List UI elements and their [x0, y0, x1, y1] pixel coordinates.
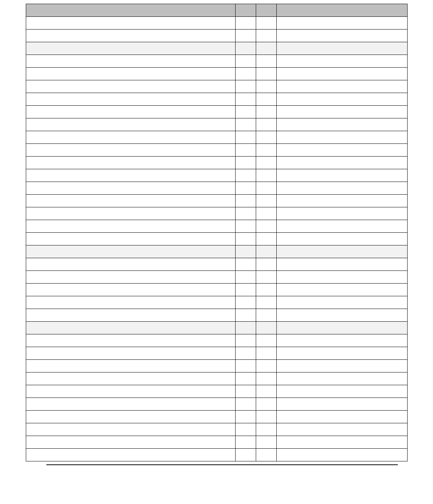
table-cell: [277, 42, 408, 55]
table-cell: [236, 93, 256, 106]
table-row: [26, 182, 408, 195]
table-cell: [236, 42, 256, 55]
table-cell: [256, 258, 277, 271]
table-cell: [277, 182, 408, 195]
table-cell: [26, 284, 236, 296]
table-cell: [256, 322, 277, 334]
table-cell: [256, 347, 277, 360]
table-cell: [236, 360, 256, 372]
table-cell: [26, 398, 236, 411]
table-cell: [236, 385, 256, 398]
table-row: [26, 157, 408, 169]
table-cell: [236, 398, 256, 411]
table-cell: [256, 309, 277, 322]
table-cell: [26, 372, 236, 385]
table-cell: [26, 42, 236, 55]
table-cell: [277, 347, 408, 360]
table-cell: [256, 55, 277, 68]
table-row: [26, 258, 408, 271]
table-cell: [26, 55, 236, 68]
table-cell: [26, 449, 236, 461]
table-cell: [256, 131, 277, 144]
table-row: [26, 17, 408, 30]
table-cell: [236, 296, 256, 309]
table-cell: [236, 106, 256, 118]
checklist-table: [26, 4, 408, 461]
table-cell: [277, 93, 408, 106]
table-cell: [26, 245, 236, 258]
table-row: [26, 169, 408, 182]
table-cell: [277, 398, 408, 411]
table-cell: [277, 30, 408, 42]
table-cell: [236, 347, 256, 360]
table-row: [26, 233, 408, 245]
table-row: [26, 385, 408, 398]
table-cell: [26, 258, 236, 271]
table-cell: [26, 347, 236, 360]
table-cell: [236, 423, 256, 436]
table-cell: [277, 80, 408, 93]
table-cell: [236, 118, 256, 131]
table-cell: [236, 195, 256, 207]
table-cell: [277, 309, 408, 322]
table-cell: [236, 182, 256, 195]
table-subheader-row: [26, 42, 408, 55]
table-cell: [26, 131, 236, 144]
table-cell: [256, 68, 277, 80]
table-cell: [256, 157, 277, 169]
table-cell: [256, 93, 277, 106]
table-subheader-row: [26, 322, 408, 334]
table-row: [26, 372, 408, 385]
table-cell: [256, 398, 277, 411]
table-cell: [277, 284, 408, 296]
table-row: [26, 207, 408, 220]
table-cell: [236, 157, 256, 169]
table-cell: [236, 30, 256, 42]
table-cell: [256, 411, 277, 423]
table-cell: [277, 423, 408, 436]
table-row: [26, 131, 408, 144]
table-cell: [26, 80, 236, 93]
table-cell: [277, 296, 408, 309]
table-cell: [256, 423, 277, 436]
table-cell: [26, 4, 236, 17]
table-cell: [256, 118, 277, 131]
table-cell: [26, 411, 236, 423]
table-cell: [236, 449, 256, 461]
table-cell: [26, 17, 236, 30]
table-cell: [256, 449, 277, 461]
table-cell: [236, 4, 256, 17]
table-cell: [26, 157, 236, 169]
table-row: [26, 296, 408, 309]
table-cell: [26, 93, 236, 106]
table-cell: [277, 131, 408, 144]
table-cell: [236, 411, 256, 423]
table-cell: [277, 449, 408, 461]
table-cell: [236, 245, 256, 258]
table-cell: [236, 68, 256, 80]
table-row: [26, 411, 408, 423]
table-cell: [277, 169, 408, 182]
table-row: [26, 334, 408, 347]
table-cell: [236, 80, 256, 93]
table-cell: [26, 309, 236, 322]
table-cell: [236, 207, 256, 220]
table-cell: [236, 169, 256, 182]
table-cell: [236, 334, 256, 347]
table-cell: [277, 436, 408, 449]
table-cell: [256, 4, 277, 17]
table-cell: [277, 258, 408, 271]
table-cell: [26, 322, 236, 334]
table-row: [26, 106, 408, 118]
table-row: [26, 118, 408, 131]
table-row: [26, 68, 408, 80]
table-cell: [256, 207, 277, 220]
table-cell: [277, 195, 408, 207]
table-cell: [277, 245, 408, 258]
table-cell: [256, 30, 277, 42]
table-row: [26, 449, 408, 461]
table-row: [26, 220, 408, 233]
table-cell: [277, 17, 408, 30]
table-cell: [277, 233, 408, 245]
table-row: [26, 55, 408, 68]
